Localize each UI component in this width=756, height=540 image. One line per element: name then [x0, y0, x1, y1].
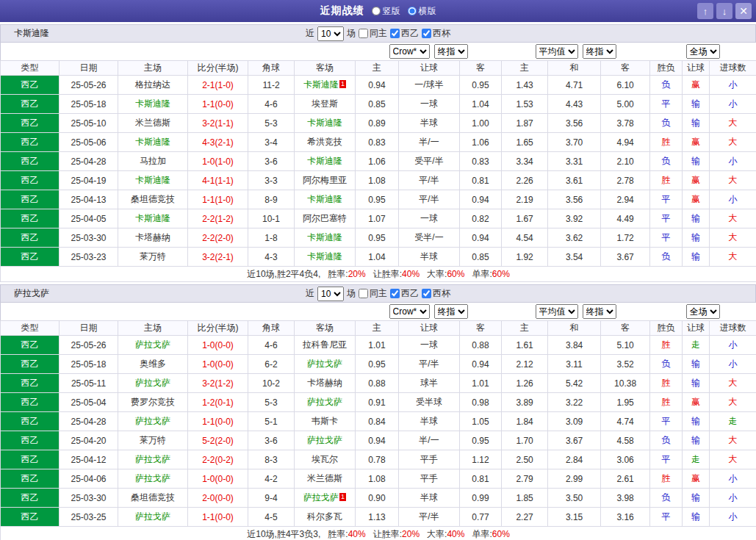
league-filter-xiyi[interactable]: 西乙 [390, 27, 419, 40]
home-team-name[interactable]: 米兰德斯 [135, 118, 170, 128]
full-match-select[interactable]: 全场 [686, 44, 720, 59]
final-odds-select[interactable]: 终指 [434, 304, 468, 319]
home-team-name[interactable]: 萨拉戈萨 [135, 339, 170, 350]
match-count-select[interactable]: 10 [317, 26, 344, 41]
avg-away-cell: 10.38 [601, 374, 650, 393]
move-down-button[interactable]: ↓ [716, 3, 732, 19]
avg-home-cell: 2.50 [502, 450, 548, 469]
away-team-name[interactable]: 韦斯卡 [312, 416, 338, 426]
col-away: 客场 [295, 321, 356, 336]
away-team-name[interactable]: 阿尔巴塞特 [303, 213, 347, 223]
league-filter-xiyi[interactable]: 西乙 [390, 287, 419, 300]
away-odds-cell: 1.05 [460, 412, 502, 431]
home-team-name[interactable]: 萨拉戈萨 [135, 378, 170, 388]
away-team-name[interactable]: 卡斯迪隆 [307, 232, 342, 242]
home-team-name[interactable]: 格拉纳达 [135, 79, 170, 90]
home-team-name[interactable]: 卡斯迪隆 [135, 137, 170, 147]
home-team-name[interactable]: 奥维多 [140, 359, 166, 369]
away-odds-cell: 0.95 [460, 431, 502, 450]
average-odds-select[interactable]: 平均值 [536, 44, 578, 59]
home-team-name[interactable]: 桑坦德竞技 [131, 194, 175, 204]
xibei-checkbox[interactable] [422, 289, 431, 298]
score-cell: 1-0(0-0) [188, 469, 248, 489]
win-rate-stat: 胜率:40% [328, 529, 365, 539]
away-odds-cell: 0.88 [460, 336, 502, 355]
home-team-name[interactable]: 卡斯迪隆 [135, 175, 170, 185]
away-team-name[interactable]: 埃瓦尔 [312, 454, 338, 464]
league-filter-xibei[interactable]: 西杯 [422, 287, 450, 300]
odds-company-select[interactable]: Crow* [389, 304, 430, 319]
avg-home-cell: 2.19 [502, 190, 548, 209]
away-team-name[interactable]: 拉科鲁尼亚 [303, 339, 347, 350]
corners-cell: 4-6 [248, 95, 295, 114]
away-team-name[interactable]: 卡斯迪隆 [303, 79, 339, 90]
match-row: 西乙25-05-18奥维多1-0(0-0)6-2萨拉戈萨0.95平/半0.942… [1, 355, 756, 374]
layout-option-vertical[interactable]: 竖版 [372, 5, 400, 18]
away-team-name[interactable]: 萨拉戈萨 [307, 397, 342, 407]
away-team-name[interactable]: 萨拉戈萨 [307, 435, 342, 445]
average-odds-select[interactable]: 平均值 [536, 304, 578, 319]
match-row: 西乙25-03-25萨拉戈萨1-1(0-0)4-5科尔多瓦1.13平/半0.77… [1, 508, 756, 527]
away-team-name[interactable]: 萨拉戈萨 [303, 492, 339, 503]
col-home: 主场 [118, 321, 188, 336]
home-team-name[interactable]: 萨拉戈萨 [135, 473, 170, 483]
home-team-name[interactable]: 莱万特 [140, 251, 166, 262]
home-team-name[interactable]: 卡塔赫纳 [135, 232, 170, 242]
home-team-name[interactable]: 萨拉戈萨 [135, 416, 170, 426]
odds-company-select[interactable]: Crow* [389, 44, 430, 59]
away-team-name[interactable]: 卡斯迪隆 [307, 194, 342, 204]
match-count-select[interactable]: 10 [317, 287, 344, 301]
title-group: 近期战绩 竖版 横版 [320, 4, 436, 18]
home-team-name[interactable]: 卡斯迪隆 [135, 213, 170, 223]
home-team-name[interactable]: 马拉加 [140, 156, 166, 166]
avg-home-cell: 2.27 [502, 508, 548, 527]
same-home-checkbox[interactable] [359, 29, 368, 38]
layout-option-horizontal[interactable]: 横版 [408, 5, 436, 18]
league-filter-xibei[interactable]: 西杯 [422, 27, 450, 40]
goals-cell: 大 [710, 248, 756, 267]
away-team-name[interactable]: 卡塔赫纳 [307, 378, 342, 388]
xibei-checkbox[interactable] [422, 29, 431, 38]
horizontal-layout-radio[interactable] [408, 7, 417, 15]
away-team-name[interactable]: 埃登斯 [312, 98, 338, 109]
final-odds-select-2[interactable]: 终指 [583, 304, 616, 319]
away-team-name[interactable]: 阿尔梅里亚 [303, 175, 347, 185]
stat-label: 单率: [472, 269, 492, 279]
near-label: 近 [306, 287, 314, 300]
handicap-result-cell: 赢 [683, 469, 710, 489]
away-team-name[interactable]: 卡斯迪隆 [307, 251, 342, 262]
move-up-button[interactable]: ↑ [697, 3, 713, 19]
same-home-checkbox[interactable] [359, 289, 368, 298]
same-home-filter[interactable]: 同主 [359, 287, 387, 300]
handicap-cell: 半球 [399, 412, 460, 431]
home-team-cell: 马拉加 [118, 152, 188, 171]
home-team-name[interactable]: 桑坦德竞技 [131, 492, 175, 503]
final-odds-select-2[interactable]: 终指 [583, 44, 616, 59]
same-home-filter[interactable]: 同主 [359, 27, 387, 40]
average-select-cell: 平均值终指 [502, 303, 650, 321]
full-match-select[interactable]: 全场 [686, 304, 720, 319]
xiyi-checkbox[interactable] [390, 29, 400, 38]
vertical-layout-label: 竖版 [383, 5, 400, 18]
home-odds-cell: 1.08 [356, 171, 399, 190]
close-button[interactable]: ✕ [735, 3, 752, 19]
vertical-layout-radio[interactable] [372, 7, 381, 15]
away-team-name[interactable]: 卡斯迪隆 [307, 156, 342, 166]
away-team-name[interactable]: 科尔多瓦 [307, 511, 342, 522]
final-odds-select[interactable]: 终指 [434, 44, 468, 59]
away-team-name[interactable]: 卡斯迪隆 [307, 118, 342, 128]
match-row: 西乙25-05-26萨拉戈萨1-0(0-0)4-6拉科鲁尼亚1.01一球0.88… [1, 336, 756, 355]
away-odds-cell: 0.94 [460, 355, 502, 374]
score-cell: 1-1(0-0) [188, 95, 248, 114]
away-team-name[interactable]: 米兰德斯 [307, 473, 342, 483]
avg-home-cell: 1.85 [502, 489, 548, 508]
home-team-name[interactable]: 莱万特 [140, 435, 166, 445]
home-team-name[interactable]: 费罗尔竞技 [131, 397, 175, 407]
home-team-name[interactable]: 萨拉戈萨 [135, 511, 170, 522]
away-team-name[interactable]: 希洪竞技 [307, 137, 342, 147]
away-team-name[interactable]: 萨拉戈萨 [307, 359, 342, 369]
xiyi-checkbox[interactable] [390, 289, 400, 298]
home-team-name[interactable]: 萨拉戈萨 [135, 454, 170, 464]
away-team-cell: 埃登斯 [295, 95, 356, 114]
home-team-name[interactable]: 卡斯迪隆 [135, 98, 170, 109]
